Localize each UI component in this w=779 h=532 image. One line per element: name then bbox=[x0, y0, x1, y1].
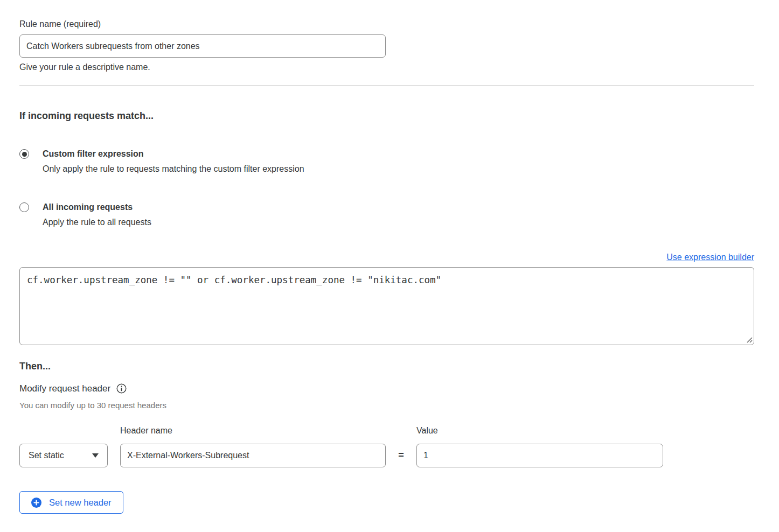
rule-name-helper: Give your rule a descriptive name. bbox=[19, 62, 754, 72]
operation-select[interactable]: Set static bbox=[19, 444, 108, 467]
radio-option-custom-filter[interactable]: Custom filter expression Only apply the … bbox=[19, 149, 754, 174]
resize-grip-icon[interactable] bbox=[746, 336, 753, 343]
set-new-header-button-label: Set new header bbox=[49, 498, 112, 508]
radio-unselected-icon[interactable] bbox=[19, 202, 29, 212]
rule-name-input[interactable] bbox=[19, 34, 386, 58]
transform-rule-form: Rule name (required) Give your rule a de… bbox=[0, 0, 779, 531]
header-value-input[interactable] bbox=[416, 444, 663, 467]
header-name-input[interactable] bbox=[120, 444, 386, 467]
modify-header-helper: You can modify up to 30 request headers bbox=[19, 401, 754, 410]
match-type-radio-group: Custom filter expression Only apply the … bbox=[19, 149, 754, 227]
info-icon[interactable] bbox=[116, 383, 127, 394]
operation-select-value: Set static bbox=[29, 451, 64, 460]
header-name-label: Header name bbox=[120, 425, 386, 436]
use-expression-builder-link[interactable]: Use expression builder bbox=[666, 253, 754, 262]
radio-option-label[interactable]: Custom filter expression bbox=[43, 149, 304, 159]
rule-name-label: Rule name (required) bbox=[19, 19, 754, 29]
modify-request-header-label: Modify request header bbox=[19, 383, 110, 394]
match-section-heading: If incoming requests match... bbox=[19, 110, 754, 122]
radio-option-label[interactable]: All incoming requests bbox=[43, 202, 151, 213]
header-editor-row: Set static Header name = Value bbox=[19, 425, 754, 467]
set-new-header-button[interactable]: Set new header bbox=[19, 491, 123, 514]
chevron-down-icon bbox=[92, 453, 99, 458]
filter-expression-textarea[interactable]: cf.worker.upstream_zone != "" or cf.work… bbox=[19, 267, 754, 345]
section-divider bbox=[19, 85, 754, 86]
radio-option-description: Only apply the rule to requests matching… bbox=[43, 164, 304, 174]
rule-name-section: Rule name (required) Give your rule a de… bbox=[19, 19, 754, 72]
radio-option-all-requests[interactable]: All incoming requests Apply the rule to … bbox=[19, 202, 754, 227]
plus-icon bbox=[31, 498, 41, 508]
value-label: Value bbox=[416, 425, 663, 436]
then-section-heading: Then... bbox=[19, 360, 754, 372]
radio-option-description: Apply the rule to all requests bbox=[43, 217, 151, 227]
equals-sign: = bbox=[386, 450, 416, 467]
radio-selected-icon[interactable] bbox=[19, 149, 29, 159]
